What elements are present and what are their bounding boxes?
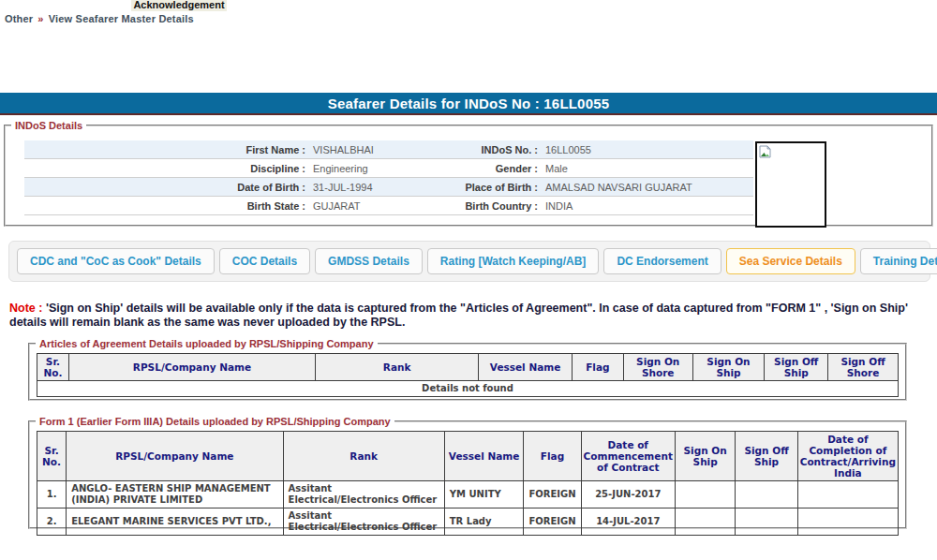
col-header-sign-off-shore: Sign Off Shore: [828, 354, 899, 381]
breadcrumb-current: View Seafarer Master Details: [49, 13, 194, 24]
breadcrumb-separator: »: [37, 13, 43, 24]
cell-flag: FOREIGN: [524, 508, 581, 536]
menu-item-acknowledgement[interactable]: Acknowledgement: [131, 0, 227, 11]
col-header-rank: Rank: [283, 432, 444, 481]
cell-rank: Assitant Electrical/Electronics Officer: [283, 481, 444, 508]
indos-row: Birth State : GUJARAT Birth Country : IN…: [24, 197, 753, 215]
cell-vessel: TR Lady: [444, 508, 524, 536]
cell-sign-off-ship: [736, 481, 797, 508]
tab-training-details[interactable]: Training Details: [860, 248, 937, 274]
field-value-birth-country: INDIA: [545, 200, 753, 212]
details-not-found-message: Details not found: [37, 381, 899, 397]
field-value-gender: Male: [545, 163, 753, 174]
field-value-indos-no: 16LL0055: [545, 144, 753, 155]
col-header-flag: Flag: [524, 432, 581, 481]
cell-commencement-date: 14-JUL-2017: [581, 508, 675, 536]
cell-completion-date: [797, 508, 898, 536]
indos-details-legend: INDoS Details: [11, 120, 86, 131]
indos-row: First Name : VISHALBHAI INDoS No. : 16LL…: [24, 140, 753, 159]
table-header-row: Sr. No. RPSL/Company Name Rank Vessel Na…: [37, 354, 899, 381]
indos-details-panel: INDoS Details First Name : VISHALBHAI IN…: [4, 120, 933, 227]
indos-details-table: First Name : VISHALBHAI INDoS No. : 16LL…: [24, 140, 753, 215]
col-header-rpsl-company-name: RPSL/Company Name: [68, 354, 315, 381]
cell-vessel: YM UNITY: [444, 481, 524, 508]
field-label-birth-country: Birth Country :: [435, 200, 545, 212]
cell-sr-no: 1.: [37, 481, 67, 508]
cell-sr-no: 2.: [37, 508, 67, 536]
cell-company: ANGLO- EASTERN SHIP MANAGEMENT (INDIA) P…: [67, 481, 283, 508]
tab-coc-details[interactable]: COC Details: [219, 248, 310, 274]
note-label: Note :: [9, 302, 42, 315]
table-row: 2. ELEGANT MARINE SERVICES PVT LTD., Ass…: [37, 508, 899, 536]
breadcrumb-root[interactable]: Other: [5, 13, 33, 24]
cell-flag: FOREIGN: [524, 481, 581, 508]
cell-company: ELEGANT MARINE SERVICES PVT LTD.,: [67, 508, 283, 536]
indos-row: Discipline : Engineering Gender : Male: [24, 159, 753, 178]
articles-of-agreement-table: Sr. No. RPSL/Company Name Rank Vessel Na…: [37, 353, 899, 397]
tab-sea-service-details[interactable]: Sea Service Details: [726, 248, 855, 274]
col-header-rank: Rank: [316, 354, 479, 381]
field-value-discipline: Engineering: [313, 163, 435, 174]
form1-legend: Form 1 (Earlier Form IIIA) Details uploa…: [36, 416, 394, 427]
indos-row: Date of Birth : 31-JUL-1994 Place of Bir…: [24, 178, 753, 197]
form1-table: Sr. No. RPSL/Company Name Rank Vessel Na…: [37, 431, 899, 536]
field-label-place-of-birth: Place of Birth :: [435, 182, 545, 193]
col-header-sign-on-shore: Sign On Shore: [623, 354, 692, 381]
col-header-rpsl-company-name: RPSL/Company Name: [67, 432, 283, 481]
cell-completion-date: [797, 481, 898, 508]
col-header-sign-off-ship: Sign Off Ship: [736, 432, 797, 481]
breadcrumb: Other»View Seafarer Master Details: [5, 13, 194, 24]
form1-panel: Form 1 (Earlier Form IIIA) Details uploa…: [28, 416, 907, 529]
field-value-first-name: VISHALBHAI: [313, 144, 435, 155]
col-header-date-of-completion: Date of Completion of Contract/Arriving …: [797, 432, 898, 481]
col-header-sign-on-ship: Sign On Ship: [675, 432, 736, 481]
seafarer-photo-placeholder: [755, 141, 826, 228]
field-label-indos-no: INDoS No. :: [435, 144, 545, 155]
table-row: Details not found: [37, 381, 899, 397]
col-header-sr-no: Sr. No.: [37, 432, 67, 481]
field-value-date-of-birth: 31-JUL-1994: [313, 182, 435, 193]
tab-dc-endorsement[interactable]: DC Endorsement: [603, 248, 721, 274]
note-text: Note : 'Sign on Ship' details will be av…: [9, 302, 935, 330]
table-header-row: Sr. No. RPSL/Company Name Rank Vessel Na…: [37, 432, 899, 481]
col-header-date-of-commencement: Date of Commencement of Contract: [581, 432, 675, 481]
articles-of-agreement-legend: Articles of Agreement Details uploaded b…: [36, 338, 378, 349]
field-label-birth-state: Birth State :: [24, 200, 313, 212]
field-value-place-of-birth: AMALSAD NAVSARI GUJARAT: [545, 182, 753, 193]
col-header-sign-off-ship: Sign Off Ship: [765, 354, 828, 381]
tab-gmdss-details[interactable]: GMDSS Details: [315, 248, 423, 274]
col-header-vessel-name: Vessel Name: [444, 432, 524, 481]
broken-image-icon: [759, 145, 772, 158]
field-label-discipline: Discipline :: [24, 163, 313, 174]
tab-rating-watch-keeping-ab[interactable]: Rating [Watch Keeping/AB]: [427, 248, 600, 274]
note-body: 'Sign on Ship' details will be available…: [9, 302, 908, 329]
col-header-vessel-name: Vessel Name: [479, 354, 573, 381]
col-header-flag: Flag: [572, 354, 623, 381]
col-header-sr-no: Sr. No.: [37, 354, 69, 381]
col-header-sign-on-ship: Sign On Ship: [692, 354, 765, 381]
field-value-birth-state: GUJARAT: [313, 200, 435, 212]
field-label-date-of-birth: Date of Birth :: [24, 182, 313, 193]
cell-sign-off-ship: [736, 508, 797, 536]
cell-sign-on-ship: [675, 508, 736, 536]
articles-of-agreement-panel: Articles of Agreement Details uploaded b…: [28, 338, 907, 401]
tab-cdc-coc-as-cook-details[interactable]: CDC and "CoC as Cook" Details: [17, 248, 215, 274]
tab-bar: CDC and "CoC as Cook" Details COC Detail…: [8, 241, 930, 282]
page-title: Seafarer Details for INDoS No : 16LL0055: [0, 93, 937, 115]
field-label-first-name: First Name :: [24, 144, 313, 155]
cell-commencement-date: 25-JUN-2017: [581, 481, 675, 508]
field-label-gender: Gender :: [435, 163, 545, 174]
cell-sign-on-ship: [675, 481, 736, 508]
table-row: 1. ANGLO- EASTERN SHIP MANAGEMENT (INDIA…: [37, 481, 899, 508]
cell-rank: Assitant Electrical/Electronics Officer: [283, 508, 444, 536]
